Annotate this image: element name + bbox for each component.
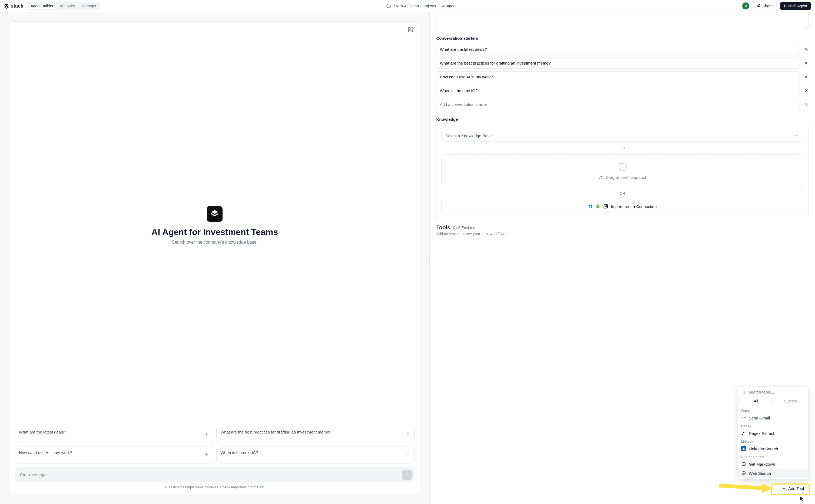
upload-label: Drag or click to upload [606,175,646,180]
pencil-icon [408,26,414,33]
tools-count: 0 / 5 Enabled [453,226,475,230]
annotation-arrow [719,481,776,494]
tab-manager[interactable]: Manager [78,2,99,9]
tool-item-send-gmail[interactable]: Send Gmail [738,413,808,422]
publish-button[interactable]: Publish Agent [780,2,811,10]
tool-item-label: LinkedIn Search [749,446,778,451]
breadcrumb-agent[interactable]: AI Agent [442,4,456,8]
upload-icon [599,175,603,180]
suggestion-text: What are the latest deals? [19,430,66,434]
tool-search-input[interactable] [748,389,805,395]
svg-text:in: in [743,447,745,450]
kb-select[interactable]: Select a Knowledge Base [441,130,803,142]
suggestion-0[interactable]: What are the latest deals? [15,426,213,443]
breadcrumb-project[interactable]: Stack AI Demo's projects [394,4,436,8]
tab-agent-builder[interactable]: Agent Builder [27,2,56,9]
tool-group-search-engine: Search Engine [738,453,808,459]
upload-dropzone[interactable]: Drag or click to upload [441,154,803,187]
notion-icon [603,204,608,209]
arrow-up-icon [406,452,410,457]
agent-subtitle: Search over the company's knowledge base… [172,240,258,245]
tool-group-regex: Regex [738,422,808,429]
starter-remove-1[interactable]: ✕ [804,60,809,66]
tool-tab-all[interactable]: All [740,397,772,405]
agent-logo-icon [210,209,219,219]
folder-icon [386,4,391,8]
share-icon [757,4,761,8]
kb-select-placeholder: Select a Knowledge Base [445,133,492,138]
starter-input-2[interactable] [436,71,800,82]
starter-input-1[interactable] [436,58,800,69]
gdrive-icon [596,204,600,209]
starters-label: Conversation starters [436,36,809,41]
globe-icon [741,471,746,476]
tool-tab-custom[interactable]: Custom [774,397,807,405]
globe-icon [741,462,746,466]
add-tool-label: Add Tool [788,486,804,491]
send-button[interactable] [402,470,412,480]
top-tab-segment: Agent Builder Analytics Manager [26,2,100,10]
tool-item-regex-extract[interactable]: Regex Extract [738,429,808,438]
tools-heading: Tools [436,224,450,231]
tool-item-label: Regex Extract [749,431,774,436]
edit-preview-button[interactable] [408,26,414,33]
starter-input-new[interactable] [436,99,800,110]
plus-icon [782,486,786,491]
svg-point-5 [742,391,744,393]
agent-logo [207,206,223,222]
svg-point-6 [742,434,743,435]
starter-remove-0[interactable]: ✕ [804,46,809,52]
starter-remove-new[interactable]: ✕ [804,102,809,107]
message-input[interactable] [19,472,402,478]
starter-input-0[interactable] [436,44,800,55]
tools-subtext: Add tools to enhance your LLM workflow. [436,232,809,236]
suggestion-1[interactable]: What are the best practices for drafting… [216,426,415,443]
tab-analytics[interactable]: Analytics [56,2,78,9]
arrow-up-icon [204,452,209,457]
tool-item-get-markdown[interactable]: Get Markdown [738,459,808,469]
brand-logo[interactable]: stack [4,3,23,9]
instructions-textarea[interactable] [436,12,809,29]
tool-group-linkedin: Linkedin [738,438,808,444]
starter-remove-3[interactable]: ✕ [804,88,809,94]
message-input-container [15,467,415,482]
import-connection[interactable]: Import from a Connection [441,200,803,213]
svg-point-1 [759,4,760,5]
arrow-up-icon [405,472,409,477]
svg-point-0 [758,5,759,6]
share-label: Share [763,4,773,8]
brand-text: stack [11,3,23,9]
tool-item-web-search[interactable]: Web Search [738,469,808,478]
avatar[interactable]: P [742,2,749,9]
suggestion-text: How can I use AI in my work? [19,450,72,455]
knowledge-label: Knowledge [436,117,809,122]
agent-title: AI Agent for Investment Teams [151,227,278,237]
add-tool-popover: All Custom GmailSend GmailRegexRegex Ext… [738,387,809,479]
stack-logo-icon [4,3,9,9]
tool-item-linkedin-search[interactable]: inLinkedIn Search [738,444,808,453]
disclaimer-text: AI assistants might make mistakes. Check… [15,485,415,489]
chevron-down-icon [795,134,799,138]
gmail-icon [741,415,746,420]
suggestion-2[interactable]: How can I use AI in my work? [15,446,213,463]
add-tool-button[interactable]: Add Tool [777,483,809,494]
search-icon [741,390,746,394]
tool-group-gmail: Gmail [738,407,808,413]
starter-remove-2[interactable]: ✕ [804,74,809,80]
suggestion-3[interactable]: When is the next IC? [216,446,415,463]
dropbox-icon [588,204,593,209]
tool-item-label: Web Search [749,471,771,476]
or-divider-1: OR [441,146,803,150]
svg-rect-3 [621,163,627,171]
cursor-icon [800,496,804,501]
arrow-up-icon [204,432,209,437]
knowledge-panel: Select a Knowledge Base OR Drag or click… [436,125,809,218]
linkedin-icon: in [741,446,746,451]
breadcrumb: Stack AI Demo's projects / AI Agent [386,4,456,8]
suggestion-text: When is the next IC? [221,450,258,455]
import-label: Import from a Connection [611,204,657,209]
tool-item-label: Send Gmail [749,416,770,420]
suggestion-text: What are the best practices for drafting… [221,430,331,434]
share-button[interactable]: Share [753,2,777,10]
starter-input-3[interactable] [436,85,800,96]
